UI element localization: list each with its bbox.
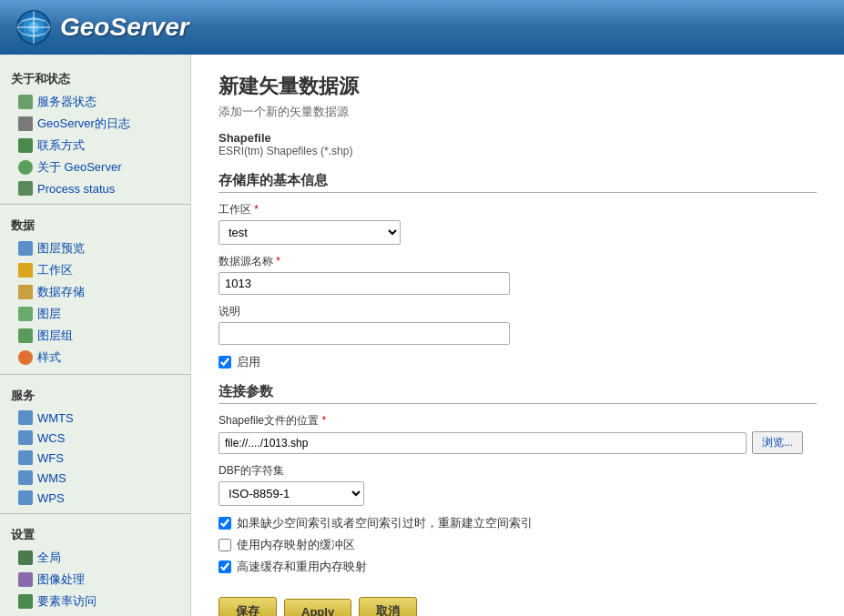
- format-info: Shapefile ESRI(tm) Shapefiles (*.shp): [219, 131, 817, 157]
- sidebar-item-global[interactable]: 全局: [0, 547, 190, 569]
- process-icon: [18, 181, 33, 196]
- sidebar: 关于和状态 服务器状态 GeoServer的日志 联系方式 关于 GeoServ…: [0, 55, 191, 616]
- workspace-select[interactable]: test: [219, 220, 401, 245]
- sidebar-section-services: 服务: [0, 380, 190, 408]
- sidebar-item-coverage[interactable]: 要素率访问: [0, 591, 190, 612]
- memory-mapped-checkbox[interactable]: [219, 539, 231, 551]
- sidebar-item-datastore[interactable]: 数据存储: [0, 281, 190, 303]
- sidebar-item-style[interactable]: 样式: [0, 347, 190, 369]
- sidebar-item-wcs[interactable]: WCS: [0, 428, 190, 448]
- cache-group: 高速缓存和重用内存映射: [219, 559, 817, 575]
- cache-checkbox[interactable]: [219, 560, 231, 573]
- dbf-charset-group: DBF的字符集 ISO-8859-1: [219, 463, 817, 506]
- sidebar-item-server-status[interactable]: 服务器状态: [0, 91, 190, 113]
- about-icon: [18, 160, 33, 175]
- sidebar-item-wmts[interactable]: WMTS: [0, 408, 190, 428]
- shapefile-path-input[interactable]: [219, 432, 747, 454]
- sidebar-item-workspace[interactable]: 工作区: [0, 259, 190, 281]
- wfs-icon: [18, 450, 33, 465]
- page-subtitle: 添加一个新的矢量数据源: [219, 104, 817, 120]
- layergroup-icon: [18, 328, 33, 343]
- cache-label[interactable]: 高速缓存和重用内存映射: [237, 559, 367, 575]
- shapefile-label: Shapefile文件的位置 *: [219, 413, 817, 429]
- format-desc: ESRI(tm) Shapefiles (*.shp): [219, 145, 817, 157]
- button-bar: 保存 Apply 取消: [219, 597, 817, 616]
- sidebar-item-image-processing[interactable]: 图像处理: [0, 569, 190, 591]
- rebuild-index-label[interactable]: 如果缺少空间索引或者空间索引过时，重新建立空间索引: [237, 515, 533, 531]
- datasource-input[interactable]: [219, 272, 510, 295]
- workspace-icon: [18, 263, 33, 278]
- sidebar-section-about: 关于和状态: [0, 64, 190, 91]
- sidebar-item-layergroup[interactable]: 图层组: [0, 325, 190, 347]
- rebuild-index-group: 如果缺少空间索引或者空间索引过时，重新建立空间索引: [219, 515, 817, 531]
- cancel-button[interactable]: 取消: [359, 597, 417, 616]
- datastore-icon: [18, 285, 33, 299]
- enabled-checkbox[interactable]: [219, 356, 231, 369]
- description-label: 说明: [219, 304, 817, 319]
- wms-icon: [18, 470, 33, 485]
- sidebar-section-settings: 设置: [0, 520, 190, 547]
- sidebar-item-process-status[interactable]: Process status: [0, 178, 190, 198]
- memory-mapped-group: 使用内存映射的缓冲区: [219, 537, 817, 553]
- sidebar-item-about[interactable]: 关于 GeoServer: [0, 157, 190, 178]
- workspace-group: 工作区 * test: [219, 202, 817, 245]
- format-name: Shapefile: [219, 131, 817, 145]
- dbf-charset-select[interactable]: ISO-8859-1: [219, 481, 364, 506]
- shapefile-group: Shapefile文件的位置 * 浏览...: [219, 413, 817, 454]
- server-icon: [18, 95, 33, 109]
- workspace-label: 工作区 *: [219, 202, 817, 217]
- datasource-label: 数据源名称 *: [219, 254, 817, 269]
- sidebar-item-layer[interactable]: 图层: [0, 303, 190, 325]
- coverage-icon: [18, 594, 33, 609]
- preview-icon: [18, 241, 33, 256]
- sidebar-item-log[interactable]: GeoServer的日志: [0, 113, 190, 135]
- main-content: 新建矢量数据源 添加一个新的矢量数据源 Shapefile ESRI(tm) S…: [191, 55, 844, 616]
- logo: GeoServer: [15, 8, 189, 46]
- header: GeoServer: [0, 0, 844, 55]
- image-icon: [18, 572, 33, 587]
- datasource-group: 数据源名称 *: [219, 254, 817, 295]
- section-connection: 连接参数: [219, 383, 817, 404]
- section-basic-info: 存储库的基本信息: [219, 172, 817, 193]
- page-title: 新建矢量数据源: [219, 73, 817, 100]
- geoserver-logo-icon: [15, 8, 53, 46]
- enabled-group: 启用: [219, 354, 817, 370]
- logo-text: GeoServer: [60, 13, 189, 42]
- wmts-icon: [18, 410, 33, 425]
- sidebar-section-data: 数据: [0, 210, 190, 237]
- layer-icon: [18, 307, 33, 321]
- browse-button[interactable]: 浏览...: [752, 431, 803, 454]
- wps-icon: [18, 490, 33, 505]
- description-group: 说明: [219, 304, 817, 345]
- contact-icon: [18, 138, 33, 153]
- enabled-label[interactable]: 启用: [237, 354, 260, 370]
- memory-mapped-label[interactable]: 使用内存映射的缓冲区: [237, 537, 355, 553]
- style-icon: [18, 350, 33, 365]
- description-input[interactable]: [219, 322, 510, 345]
- sidebar-item-wfs[interactable]: WFS: [0, 448, 190, 468]
- save-button[interactable]: 保存: [219, 597, 277, 616]
- layout: 关于和状态 服务器状态 GeoServer的日志 联系方式 关于 GeoServ…: [0, 55, 844, 616]
- log-icon: [18, 116, 33, 131]
- sidebar-item-layer-preview[interactable]: 图层预览: [0, 237, 190, 259]
- rebuild-index-checkbox[interactable]: [219, 517, 231, 530]
- wcs-icon: [18, 430, 33, 445]
- sidebar-item-wps[interactable]: WPS: [0, 488, 190, 508]
- sidebar-item-wms[interactable]: WMS: [0, 468, 190, 488]
- dbf-charset-label: DBF的字符集: [219, 463, 817, 479]
- global-icon: [18, 550, 33, 565]
- sidebar-item-contact[interactable]: 联系方式: [0, 135, 190, 157]
- file-path-group: 浏览...: [219, 431, 817, 454]
- apply-button[interactable]: Apply: [284, 599, 351, 617]
